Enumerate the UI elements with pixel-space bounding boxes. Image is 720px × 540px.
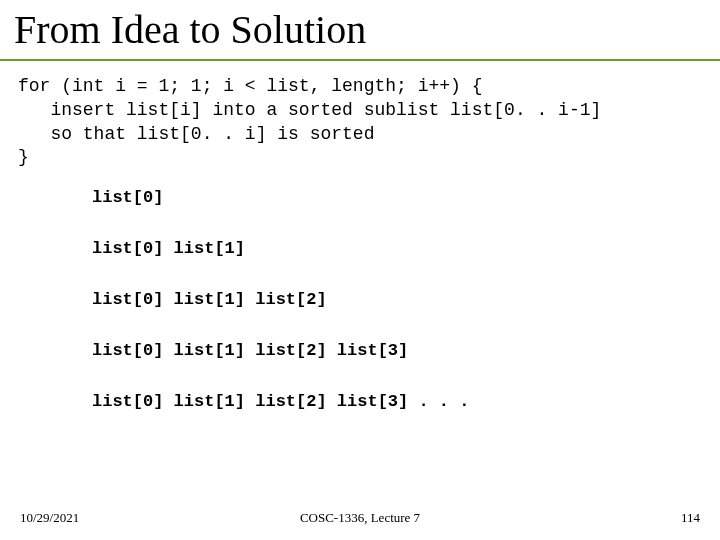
code-block: for (int i = 1; 1; i < list, length; i++… xyxy=(0,61,720,170)
list-item: list[0] list[1] list[2] xyxy=(92,290,704,309)
footer-date: 10/29/2021 xyxy=(20,510,79,526)
list-item: list[0] list[1] list[2] list[3] xyxy=(92,341,704,360)
page-title: From Idea to Solution xyxy=(14,6,708,53)
footer-page: 114 xyxy=(681,510,700,526)
list-item: list[0] list[1] xyxy=(92,239,704,258)
footer-course: COSC-1336, Lecture 7 xyxy=(0,510,720,526)
list-lines: list[0] list[0] list[1] list[0] list[1] … xyxy=(0,170,720,411)
title-wrap: From Idea to Solution xyxy=(0,0,720,61)
footer: 10/29/2021 COSC-1336, Lecture 7 114 xyxy=(0,510,720,526)
list-item: list[0] xyxy=(92,188,704,207)
list-item: list[0] list[1] list[2] list[3] . . . xyxy=(92,392,704,411)
slide: From Idea to Solution for (int i = 1; 1;… xyxy=(0,0,720,540)
